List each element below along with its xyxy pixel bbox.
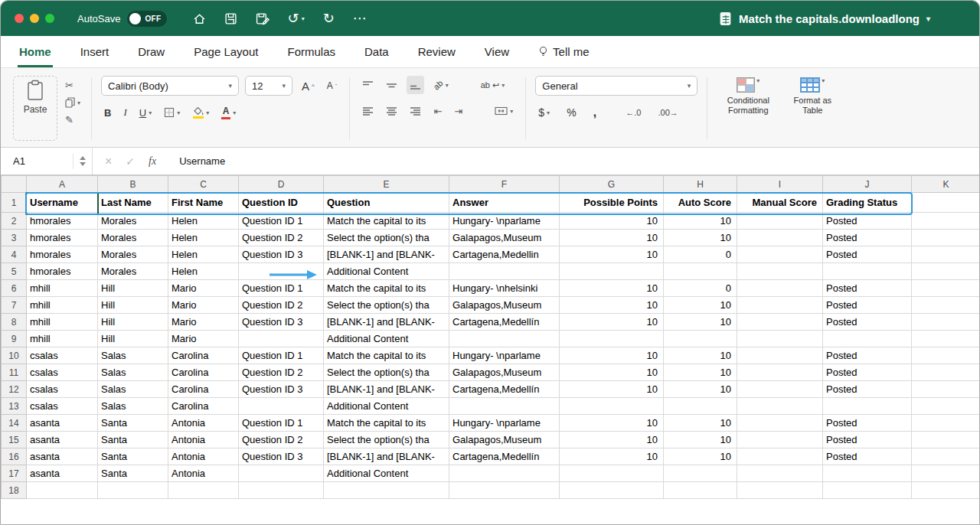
cell-A5[interactable]: hmorales — [27, 263, 98, 280]
cell-A15[interactable]: asanta — [27, 432, 98, 448]
cell-A11[interactable]: csalas — [27, 364, 98, 381]
cell-A17[interactable]: asanta — [27, 465, 98, 482]
cell-F14[interactable]: Hungary- \nparlame — [449, 415, 560, 432]
cell-K5[interactable] — [912, 263, 980, 280]
cell-I5[interactable] — [737, 263, 823, 280]
cell-B1[interactable]: Last Name — [98, 193, 168, 213]
row-header-1[interactable]: 1 — [2, 193, 27, 213]
currency-format-button[interactable]: $ ▾ — [535, 103, 553, 122]
cell-I18[interactable] — [737, 482, 823, 499]
cell-I3[interactable] — [737, 230, 823, 246]
cell-B11[interactable]: Salas — [98, 364, 168, 381]
cell-F3[interactable]: Galapagos,Museum — [449, 230, 560, 246]
cell-D15[interactable]: Question ID 2 — [239, 432, 324, 448]
cell-A6[interactable]: mhill — [27, 280, 98, 297]
cell-A2[interactable]: hmorales — [27, 213, 98, 230]
decrease-decimal-button[interactable]: .00→ — [655, 103, 681, 122]
cell-A9[interactable]: mhill — [27, 331, 98, 347]
col-header-H[interactable]: H — [664, 176, 737, 193]
cell-D1[interactable]: Question ID — [239, 193, 324, 213]
decrease-font-size-button[interactable]: Aˇ — [324, 77, 341, 95]
cell-G8[interactable]: 10 — [560, 314, 664, 331]
tab-data[interactable]: Data — [363, 36, 390, 67]
cell-H18[interactable] — [664, 482, 737, 499]
cell-C16[interactable]: Antonia — [168, 448, 239, 465]
paste-button[interactable]: Paste — [13, 76, 57, 141]
tab-home[interactable]: Home — [18, 36, 53, 67]
conditional-formatting-button[interactable]: ▾ Conditional Formatting — [717, 76, 779, 141]
cell-I7[interactable] — [737, 297, 823, 314]
cell-E14[interactable]: Match the capital to its — [324, 415, 449, 432]
font-name-select[interactable]: Calibri (Body) ▾ — [101, 76, 239, 96]
cell-J11[interactable]: Posted — [823, 364, 912, 381]
cell-A7[interactable]: mhill — [27, 297, 98, 314]
cell-C17[interactable]: Antonia — [168, 465, 239, 482]
cell-H10[interactable]: 10 — [664, 347, 737, 364]
cell-H2[interactable]: 10 — [664, 213, 737, 230]
cell-B18[interactable] — [98, 482, 168, 499]
row-header-3[interactable]: 3 — [2, 230, 27, 246]
cell-J8[interactable]: Posted — [823, 314, 912, 331]
cell-B5[interactable]: Morales — [98, 263, 168, 280]
cell-D4[interactable]: Question ID 3 — [239, 246, 324, 263]
col-header-F[interactable]: F — [449, 176, 560, 193]
row-header-12[interactable]: 12 — [2, 381, 27, 398]
cell-J17[interactable] — [823, 465, 912, 482]
insert-function-icon[interactable]: fx — [149, 155, 156, 168]
cell-I16[interactable] — [737, 448, 823, 465]
cell-B9[interactable]: Hill — [98, 331, 168, 347]
cell-H1[interactable]: Auto Score — [664, 193, 737, 213]
font-size-select[interactable]: 12 ▾ — [245, 76, 292, 96]
cell-G10[interactable]: 10 — [560, 347, 664, 364]
cell-D17[interactable] — [239, 465, 324, 482]
cell-H9[interactable] — [664, 331, 737, 347]
cell-E8[interactable]: [BLANK-1] and [BLANK- — [324, 314, 449, 331]
cell-K14[interactable] — [912, 415, 980, 432]
cell-C10[interactable]: Carolina — [168, 347, 239, 364]
comma-format-button[interactable]: , — [590, 103, 600, 122]
cell-H7[interactable]: 10 — [664, 297, 737, 314]
cell-H15[interactable]: 10 — [664, 432, 737, 448]
increase-indent-button[interactable]: ⇥ — [451, 102, 466, 120]
cell-K13[interactable] — [912, 398, 980, 415]
cell-B15[interactable]: Santa — [98, 432, 168, 448]
format-as-table-button[interactable]: ▾ Format as Table — [787, 76, 838, 141]
cut-icon[interactable]: ✂ — [65, 80, 74, 90]
cell-G17[interactable] — [560, 465, 664, 482]
row-header-13[interactable]: 13 — [2, 398, 27, 415]
underline-button[interactable]: U ▾ — [136, 103, 155, 122]
row-header-14[interactable]: 14 — [2, 415, 27, 432]
cell-E5[interactable]: Additional Content — [324, 263, 449, 280]
cell-A16[interactable]: asanta — [27, 448, 98, 465]
cell-K2[interactable] — [912, 213, 980, 230]
row-header-15[interactable]: 15 — [2, 432, 27, 448]
cell-D9[interactable] — [239, 331, 324, 347]
cell-H8[interactable]: 10 — [664, 314, 737, 331]
cell-E13[interactable]: Additional Content — [324, 398, 449, 415]
align-top-button[interactable] — [359, 76, 377, 94]
cell-E15[interactable]: Select the option(s) tha — [324, 432, 449, 448]
cell-D11[interactable]: Question ID 2 — [239, 364, 324, 381]
tab-draw[interactable]: Draw — [136, 36, 166, 67]
cell-G2[interactable]: 10 — [560, 213, 664, 230]
row-header-17[interactable]: 17 — [2, 465, 27, 482]
cell-E2[interactable]: Match the capital to its — [324, 213, 449, 230]
cell-B10[interactable]: Salas — [98, 347, 168, 364]
cell-F7[interactable]: Galapagos,Museum — [449, 297, 560, 314]
cell-I15[interactable] — [737, 432, 823, 448]
cell-F2[interactable]: Hungary- \nparlame — [449, 213, 560, 230]
cell-A3[interactable]: hmorales — [27, 230, 98, 246]
cell-H12[interactable]: 10 — [664, 381, 737, 398]
cell-G6[interactable]: 10 — [560, 280, 664, 297]
cell-E16[interactable]: [BLANK-1] and [BLANK- — [324, 448, 449, 465]
cell-G16[interactable]: 10 — [560, 448, 664, 465]
cell-H3[interactable]: 10 — [664, 230, 737, 246]
cell-K3[interactable] — [912, 230, 980, 246]
cell-C14[interactable]: Antonia — [168, 415, 239, 432]
cell-E4[interactable]: [BLANK-1] and [BLANK- — [324, 246, 449, 263]
col-header-B[interactable]: B — [98, 176, 168, 193]
fill-color-button[interactable]: ▾ — [189, 103, 212, 122]
cell-B16[interactable]: Santa — [98, 448, 168, 465]
cell-J5[interactable] — [823, 263, 912, 280]
minimize-window-button[interactable] — [30, 14, 39, 23]
